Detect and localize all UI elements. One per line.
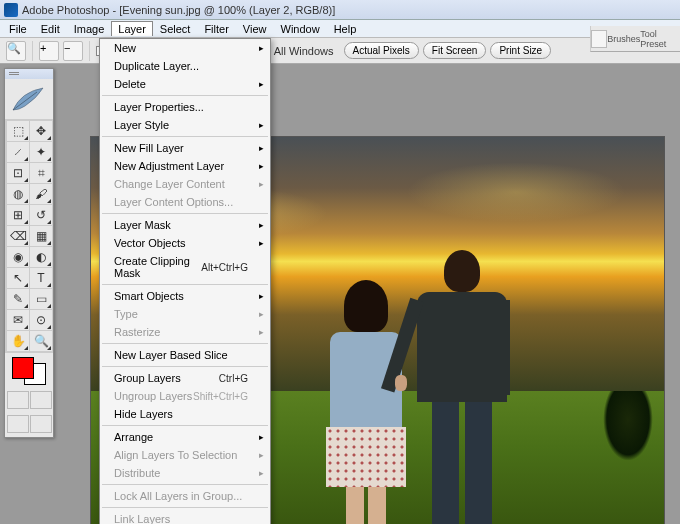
tool-crop[interactable]: ⊡ xyxy=(7,163,29,183)
tool-marquee[interactable]: ⬚ xyxy=(7,121,29,141)
menu-edit[interactable]: Edit xyxy=(34,21,67,37)
menu-item-smart-objects[interactable]: Smart Objects xyxy=(100,287,270,305)
fg-color-swatch[interactable] xyxy=(12,357,34,379)
svg-line-0 xyxy=(13,92,37,110)
color-swatches xyxy=(5,353,53,437)
standard-mode-icon[interactable] xyxy=(7,391,29,409)
panel-toggle-icon[interactable] xyxy=(591,30,607,48)
menu-item-layer-mask[interactable]: Layer Mask xyxy=(100,216,270,234)
tool-notes[interactable]: ✉ xyxy=(7,310,29,330)
menu-item-layer-content-options: Layer Content Options... xyxy=(100,193,270,211)
menu-file[interactable]: File xyxy=(2,21,34,37)
menu-window[interactable]: Window xyxy=(274,21,327,37)
menu-item-ungroup-layers: Ungroup LayersShift+Ctrl+G xyxy=(100,387,270,405)
menu-select[interactable]: Select xyxy=(153,21,198,37)
tool-pen[interactable]: ✎ xyxy=(7,289,29,309)
tool-zoom[interactable]: 🔍 xyxy=(30,331,52,351)
brushes-tab[interactable]: Brushes xyxy=(607,34,640,44)
menu-view[interactable]: View xyxy=(236,21,274,37)
menu-item-rasterize: Rasterize xyxy=(100,323,270,341)
tool-type[interactable]: T xyxy=(30,268,52,288)
menu-image[interactable]: Image xyxy=(67,21,112,37)
tool-eyedrop[interactable]: ⊙ xyxy=(30,310,52,330)
tool-dodge[interactable]: ◐ xyxy=(30,247,52,267)
menu-item-new-layer-based-slice[interactable]: New Layer Based Slice xyxy=(100,346,270,364)
window-title: Adobe Photoshop - [Evening sun.jpg @ 100… xyxy=(22,4,335,16)
menu-item-duplicate-layer[interactable]: Duplicate Layer... xyxy=(100,57,270,75)
menu-item-lock-all-layers-in-group: Lock All Layers in Group... xyxy=(100,487,270,505)
screen-mode-2-icon[interactable] xyxy=(30,415,52,433)
tool-hand[interactable]: ✋ xyxy=(7,331,29,351)
layer-menu-dropdown: NewDuplicate Layer...DeleteLayer Propert… xyxy=(99,38,271,524)
tool-stamp[interactable]: ⊞ xyxy=(7,205,29,225)
menu-item-layer-properties[interactable]: Layer Properties... xyxy=(100,98,270,116)
tool-path[interactable]: ↖ xyxy=(7,268,29,288)
screen-mode-1-icon[interactable] xyxy=(7,415,29,433)
tool-blur[interactable]: ◉ xyxy=(7,247,29,267)
person-man xyxy=(412,250,512,524)
zoom-tool-icon[interactable]: 🔍 xyxy=(6,41,26,61)
tool-slice[interactable]: ⌗ xyxy=(30,163,52,183)
quickmask-mode-icon[interactable] xyxy=(30,391,52,409)
tool-gradient[interactable]: ▦ xyxy=(30,226,52,246)
menubar: FileEditImageLayerSelectFilterViewWindow… xyxy=(0,20,680,38)
person-woman xyxy=(326,280,406,524)
menu-item-group-layers[interactable]: Group LayersCtrl+G xyxy=(100,369,270,387)
menu-item-align-layers-to-selection: Align Layers To Selection xyxy=(100,446,270,464)
feather-icon xyxy=(5,79,53,119)
menu-item-delete[interactable]: Delete xyxy=(100,75,270,93)
actual-pixels-button[interactable]: Actual Pixels xyxy=(344,42,419,59)
menu-item-new-fill-layer[interactable]: New Fill Layer xyxy=(100,139,270,157)
hands xyxy=(395,375,407,391)
menu-item-distribute: Distribute xyxy=(100,464,270,482)
menu-item-vector-objects[interactable]: Vector Objects xyxy=(100,234,270,252)
tool-wand[interactable]: ✦ xyxy=(30,142,52,162)
menu-item-change-layer-content: Change Layer Content xyxy=(100,175,270,193)
tool-lasso[interactable]: ⟋ xyxy=(7,142,29,162)
tool-brush[interactable]: 🖌 xyxy=(30,184,52,204)
toolbox: ⬚✥⟋✦⊡⌗◍🖌⊞↺⌫▦◉◐↖T✎▭✉⊙✋🔍 xyxy=(4,68,54,438)
menu-item-layer-style[interactable]: Layer Style xyxy=(100,116,270,134)
tool-history-brush[interactable]: ↺ xyxy=(30,205,52,225)
menu-item-hide-layers[interactable]: Hide Layers xyxy=(100,405,270,423)
tool-shape[interactable]: ▭ xyxy=(30,289,52,309)
menu-item-new[interactable]: New xyxy=(100,39,270,57)
menu-item-type: Type xyxy=(100,305,270,323)
tool-eraser[interactable]: ⌫ xyxy=(7,226,29,246)
menu-filter[interactable]: Filter xyxy=(197,21,235,37)
fit-screen-button[interactable]: Fit Screen xyxy=(423,42,487,59)
app-icon xyxy=(4,3,18,17)
print-size-button[interactable]: Print Size xyxy=(490,42,551,59)
menu-item-arrange[interactable]: Arrange xyxy=(100,428,270,446)
menu-item-create-clipping-mask[interactable]: Create Clipping MaskAlt+Ctrl+G xyxy=(100,252,270,282)
menu-item-link-layers: Link Layers xyxy=(100,510,270,524)
right-panel: Brushes Tool Preset xyxy=(590,26,680,52)
toolbox-header[interactable] xyxy=(5,69,53,79)
menu-item-new-adjustment-layer[interactable]: New Adjustment Layer xyxy=(100,157,270,175)
zoom-out-icon[interactable]: − xyxy=(63,41,83,61)
menu-layer[interactable]: Layer xyxy=(111,21,153,36)
menu-help[interactable]: Help xyxy=(327,21,364,37)
tool-heal[interactable]: ◍ xyxy=(7,184,29,204)
tool-move[interactable]: ✥ xyxy=(30,121,52,141)
tool-preset-tab[interactable]: Tool Preset xyxy=(640,29,680,49)
zoom-in-icon[interactable]: + xyxy=(39,41,59,61)
titlebar: Adobe Photoshop - [Evening sun.jpg @ 100… xyxy=(0,0,680,20)
